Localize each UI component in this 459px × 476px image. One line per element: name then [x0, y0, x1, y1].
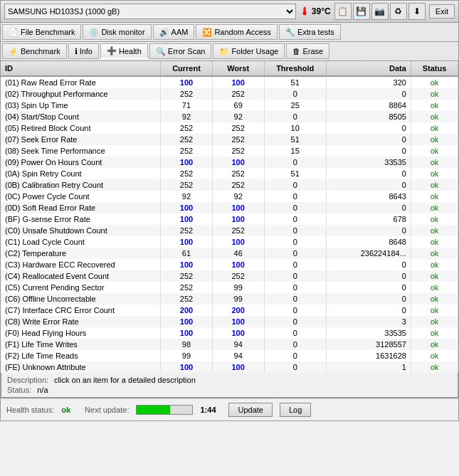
info-icon: ℹ	[75, 47, 78, 56]
row-data: 0	[326, 282, 411, 293]
table-row[interactable]: (C1) Load Cycle Count 100 100 0 8648 ok	[1, 236, 458, 248]
nav-aam[interactable]: 🔊 AAM	[153, 24, 195, 40]
row-status: ok	[411, 305, 458, 316]
row-status: ok	[411, 248, 458, 259]
table-row[interactable]: (05) Retired Block Count 252 252 10 0 ok	[1, 122, 458, 134]
aam-icon: 🔊	[159, 28, 169, 37]
row-status: ok	[411, 350, 458, 361]
table-row[interactable]: (F2) Life Time Reads 99 94 0 1631628 ok	[1, 350, 458, 361]
table-row[interactable]: (0A) Spin Retry Count 252 252 51 0 ok	[1, 168, 458, 179]
row-id: (F1) Life Time Writes	[1, 339, 161, 350]
row-worst: 92	[212, 111, 264, 122]
nav-benchmark[interactable]: ⚡ Benchmark	[2, 43, 67, 59]
table-row[interactable]: (BF) G-sense Error Rate 100 100 0 678 ok	[1, 213, 458, 225]
row-worst: 99	[212, 282, 264, 293]
table-row[interactable]: (C3) Hardware ECC Recovered 100 100 0 0 …	[1, 259, 458, 270]
icon-btn-5[interactable]: ⬇	[408, 3, 426, 20]
row-worst: 252	[212, 88, 264, 100]
row-current: 100	[161, 157, 213, 168]
info-label: Info	[80, 47, 93, 55]
table-row[interactable]: (0B) Calibration Retry Count 252 252 0 0…	[1, 179, 458, 191]
thermometer-icon: 🌡	[300, 6, 310, 17]
progress-bar-container	[136, 405, 193, 415]
table-row[interactable]: (F0) Head Flying Hours 100 100 0 33535 o…	[1, 327, 458, 339]
row-threshold: 0	[264, 179, 326, 191]
row-data: 0	[326, 179, 411, 191]
row-current: 92	[161, 111, 213, 122]
row-id: (01) Raw Read Error Rate	[1, 76, 161, 88]
table-row[interactable]: (02) Throughput Performance 252 252 0 0 …	[1, 88, 458, 100]
table-row[interactable]: (C4) Reallocated Event Count 252 252 0 0…	[1, 270, 458, 282]
table-row[interactable]: (C0) Unsafe Shutdown Count 252 252 0 0 o…	[1, 225, 458, 236]
row-data: 0	[326, 145, 411, 157]
col-header-current: Current	[161, 61, 213, 76]
row-threshold: 0	[264, 305, 326, 316]
nav-bar-row2: ⚡ Benchmark ℹ Info ➕ Health 🔍 Error Scan…	[0, 42, 459, 61]
table-row[interactable]: (08) Seek Time Performance 252 252 15 0 …	[1, 145, 458, 157]
table-row[interactable]: (03) Spin Up Time 71 69 25 8864 ok	[1, 100, 458, 111]
row-threshold: 0	[264, 248, 326, 259]
row-id: (C6) Offline Uncorrectable	[1, 293, 161, 305]
nav-folder-usage[interactable]: 📁 Folder Usage	[213, 43, 285, 59]
row-threshold: 0	[264, 316, 326, 327]
table-row[interactable]: (C6) Offline Uncorrectable 252 99 0 0 ok	[1, 293, 458, 305]
row-data: 3	[326, 316, 411, 327]
main-content: ID Current Worst Threshold Data Status (…	[0, 61, 459, 398]
row-status: ok	[411, 327, 458, 339]
nav-info[interactable]: ℹ Info	[68, 43, 99, 59]
icon-btn-3[interactable]: 📷	[371, 3, 389, 20]
table-row[interactable]: (C8) Write Error Rate 100 100 0 3 ok	[1, 316, 458, 327]
row-worst: 94	[212, 339, 264, 350]
table-row[interactable]: (01) Raw Read Error Rate 100 100 51 320 …	[1, 76, 458, 88]
row-threshold: 0	[264, 88, 326, 100]
icon-btn-1[interactable]: 📋	[334, 3, 352, 20]
table-row[interactable]: (C2) Temperature 61 46 0 236224184... ok	[1, 248, 458, 259]
row-data: 0	[326, 259, 411, 270]
drive-select[interactable]: SAMSUNG HD103SJ (1000 gB)SAMSUNG HD103SJ…	[4, 4, 296, 19]
nav-health[interactable]: ➕ Health	[100, 43, 148, 59]
row-current: 98	[161, 339, 213, 350]
row-status: ok	[411, 213, 458, 225]
table-row[interactable]: (C5) Current Pending Sector 252 99 0 0 o…	[1, 282, 458, 293]
exit-button[interactable]: Exit	[429, 4, 455, 18]
icon-btn-4[interactable]: ♻	[390, 3, 407, 20]
nav-erase[interactable]: 🗑 Erase	[286, 43, 329, 59]
col-header-data: Data	[326, 61, 411, 76]
row-id: (C3) Hardware ECC Recovered	[1, 259, 161, 270]
nav-file-benchmark[interactable]: 📄 File Benchmark	[2, 24, 81, 40]
table-row[interactable]: (FE) Unknown Attribute 100 100 0 1 ok	[1, 361, 458, 373]
row-status: ok	[411, 111, 458, 122]
nav-random-access[interactable]: 🔀 Random Access	[196, 24, 277, 40]
row-worst: 200	[212, 305, 264, 316]
table-row[interactable]: (04) Start/Stop Count 92 92 0 8505 ok	[1, 111, 458, 122]
table-row[interactable]: (09) Power On Hours Count 100 100 0 3353…	[1, 157, 458, 168]
row-threshold: 0	[264, 202, 326, 213]
row-threshold: 0	[264, 191, 326, 202]
nav-extra-tests[interactable]: 🔧 Extra tests	[279, 24, 341, 40]
description-text-row: Description: click on an item for a deta…	[7, 376, 196, 384]
row-threshold: 0	[264, 350, 326, 361]
time-display: 1:44	[200, 406, 221, 414]
log-button[interactable]: Log	[280, 403, 311, 417]
table-row[interactable]: (C7) Interface CRC Error Count 200 200 0…	[1, 305, 458, 316]
disk-monitor-icon: 💿	[89, 28, 99, 37]
icon-btn-2[interactable]: 💾	[353, 3, 370, 20]
nav-error-scan[interactable]: 🔍 Error Scan	[149, 43, 212, 59]
table-row[interactable]: (F1) Life Time Writes 98 94 0 3128557 ok	[1, 339, 458, 350]
row-id: (02) Throughput Performance	[1, 88, 161, 100]
table-row[interactable]: (07) Seek Error Rate 252 252 51 0 ok	[1, 134, 458, 145]
nav-disk-monitor[interactable]: 💿 Disk monitor	[83, 24, 151, 40]
row-threshold: 0	[264, 157, 326, 168]
row-data: 0	[326, 168, 411, 179]
row-worst: 99	[212, 293, 264, 305]
health-status-label: Health status:	[6, 406, 54, 414]
update-button[interactable]: Update	[228, 403, 272, 417]
row-status: ok	[411, 361, 458, 373]
smart-table-container[interactable]: ID Current Worst Threshold Data Status (…	[1, 61, 458, 373]
table-row[interactable]: (0D) Soft Read Error Rate 100 100 0 0 ok	[1, 202, 458, 213]
table-row[interactable]: (0C) Power Cycle Count 92 92 0 8643 ok	[1, 191, 458, 202]
file-benchmark-label: File Benchmark	[21, 28, 75, 36]
row-current: 200	[161, 305, 213, 316]
row-status: ok	[411, 168, 458, 179]
erase-icon: 🗑	[292, 47, 300, 55]
